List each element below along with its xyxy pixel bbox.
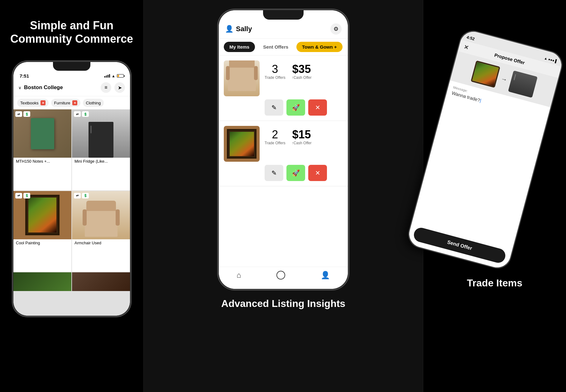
grid-item-armchair[interactable]: ⇄ 💲 Armchair Used xyxy=(72,191,130,272)
close-button[interactable]: ✕ xyxy=(463,43,469,51)
signal-icon-3: ●●● xyxy=(548,57,555,62)
panel-2-title: Advanced Listing Insights xyxy=(221,298,345,309)
grid-item-partial-1 xyxy=(13,272,71,291)
bar2 xyxy=(106,75,107,78)
message-section: Message: Wanna trade?| xyxy=(412,80,550,249)
trade-from-thumb xyxy=(471,60,500,88)
grid-item-painting[interactable]: ⇄ 💲 Cool Painting xyxy=(13,191,71,272)
trade-fridge-handle xyxy=(514,74,516,80)
trade-offers-label-2: Trade Offers xyxy=(265,141,285,145)
trade-badge-painting: ⇄ xyxy=(15,193,22,198)
phone-3-wrapper: 4:52 ▲ ●●● ▌ ✕ Propose Offer xyxy=(429,12,560,268)
grid-item-notebook[interactable]: ⇄ 💲 MTH150 Notes +... xyxy=(13,109,71,190)
filter-chip-textbooks[interactable]: Textbooks ✕ xyxy=(17,99,49,107)
phone-1-frame: 7:51 ▲ ∨ Boston College xyxy=(12,61,131,317)
cash-offer-label-1: ↑Cash Offer xyxy=(292,75,312,80)
painting-frame xyxy=(25,195,60,235)
cash-offer-num-2: $15 xyxy=(292,129,312,140)
filter-row: Textbooks ✕ Furniture ✕ Clothing xyxy=(13,96,130,109)
trade-offers-num-2: 2 xyxy=(265,129,285,140)
cash-offer-label-2: ↑Cash Offer xyxy=(292,141,312,145)
trade-badge-fridge: ⇄ xyxy=(74,111,81,117)
boost-button-1[interactable]: 🚀 xyxy=(286,99,305,116)
profile-icon[interactable]: 👤 xyxy=(321,271,330,280)
boost-icon-2: 🚀 xyxy=(292,169,300,177)
battery-icon xyxy=(117,74,124,78)
chip-label-textbooks: Textbooks xyxy=(20,101,39,105)
painting-photo-inner xyxy=(230,132,254,156)
edit-button-2[interactable]: ✎ xyxy=(265,165,283,181)
item-label-fridge: Mini Fridge (Like... xyxy=(72,158,130,165)
notebook-book xyxy=(31,118,54,149)
trade-arrow-icon: → xyxy=(500,75,508,83)
filter-chip-clothing[interactable]: Clothing xyxy=(83,99,104,107)
trade-fridge-img xyxy=(508,70,538,98)
tab-town-gown[interactable]: Town & Gown + xyxy=(296,42,343,52)
phone-2-frame: 👤 Sally ⚙ My Items Sent Offers Town & Go… xyxy=(218,9,349,290)
phone-1-header[interactable]: ∨ Boston College ≡ ➤ xyxy=(13,80,130,96)
delete-button-1[interactable]: ✕ xyxy=(308,99,327,116)
listing-painting-thumb xyxy=(224,126,260,162)
listing-painting: 2 Trade Offers $15 ↑Cash Offer ✎ xyxy=(219,121,348,186)
boost-icon-1: 🚀 xyxy=(292,104,300,111)
trade-painting-img xyxy=(471,60,500,88)
cash-badge-fridge: 💲 xyxy=(82,111,89,117)
edit-icon-2: ✎ xyxy=(271,169,277,177)
bar3 xyxy=(108,75,108,78)
boost-button-2[interactable]: 🚀 xyxy=(286,165,305,181)
status-time-3: 4:52 xyxy=(466,35,475,41)
armchair-arm-left xyxy=(83,209,87,226)
chip-label-furniture: Furniture xyxy=(54,101,70,105)
panel-1-headline: Simple and Fun Community Commerce xyxy=(10,19,133,45)
armchair-arm-right xyxy=(116,209,120,226)
grid-item-fridge[interactable]: ⇄ 💲 Mini Fridge (Like... xyxy=(72,109,130,190)
chip-x-textbooks[interactable]: ✕ xyxy=(41,100,46,105)
item-badges-notebook: ⇄ 💲 xyxy=(15,111,30,117)
phone-1-screen: 7:51 ▲ ∨ Boston College xyxy=(13,62,130,316)
tab-sent-offers[interactable]: Sent Offers xyxy=(257,42,294,52)
listing-painting-stats: 2 Trade Offers $15 ↑Cash Offer xyxy=(265,126,343,145)
location-text: Boston College xyxy=(24,84,63,91)
trade-offers-label-1: Trade Offers xyxy=(265,75,285,80)
battery-fill xyxy=(118,75,119,77)
trade-to-thumb xyxy=(508,70,538,98)
fridge-handle xyxy=(90,126,92,133)
edit-button-1[interactable]: ✎ xyxy=(265,99,283,116)
delete-icon-1: ✕ xyxy=(315,104,320,111)
ab-arm-right xyxy=(254,66,258,80)
cash-offer-block-2: $15 ↑Cash Offer xyxy=(292,129,312,145)
panel-3-title: Trade Items xyxy=(467,277,522,289)
wifi-icon: ▲ xyxy=(112,74,115,78)
send-icon-btn[interactable]: ➤ xyxy=(114,82,125,93)
armchair-big-back xyxy=(229,60,255,68)
search-circle-icon[interactable] xyxy=(276,271,285,280)
item-badges-armchair: ⇄ 💲 xyxy=(74,193,89,198)
fridge-body xyxy=(89,122,113,158)
filter-icon-btn[interactable]: ≡ xyxy=(101,82,111,93)
phone-2-screen: 👤 Sally ⚙ My Items Sent Offers Town & Go… xyxy=(219,10,348,289)
partial-img-1 xyxy=(13,272,71,291)
tab-my-items[interactable]: My Items xyxy=(224,42,255,52)
cash-badge-notebook: 💲 xyxy=(23,111,30,117)
filter-chip-furniture[interactable]: Furniture ✕ xyxy=(51,99,80,107)
trade-badge-notebook: ⇄ xyxy=(15,111,22,117)
trade-offers-num-1: 3 xyxy=(265,64,285,75)
headline-line1: Simple and Fun xyxy=(30,19,113,32)
edit-icon-1: ✎ xyxy=(271,104,277,111)
status-time-1: 7:51 xyxy=(20,73,29,79)
settings-button[interactable]: ⚙ xyxy=(330,23,342,35)
delete-icon-2: ✕ xyxy=(315,169,320,177)
armchair-back xyxy=(86,201,116,211)
home-icon[interactable]: ⌂ xyxy=(237,271,241,280)
items-grid: ⇄ 💲 MTH150 Notes +... ⇄ 💲 xyxy=(13,109,130,316)
listing-armchair-thumb xyxy=(224,60,260,96)
status-icons-1: ▲ xyxy=(104,74,124,78)
partial-img-2 xyxy=(72,272,130,291)
chip-x-furniture[interactable]: ✕ xyxy=(72,100,77,105)
action-buttons-1: ✎ 🚀 ✕ xyxy=(265,99,343,116)
wifi-icon-3: ▲ xyxy=(544,56,548,60)
delete-button-2[interactable]: ✕ xyxy=(308,165,327,181)
listing-armchair-top: 3 Trade Offers $35 ↑Cash Offer xyxy=(224,60,343,96)
ab-arm-left xyxy=(226,66,230,80)
item-label-painting: Cool Painting xyxy=(13,239,71,247)
